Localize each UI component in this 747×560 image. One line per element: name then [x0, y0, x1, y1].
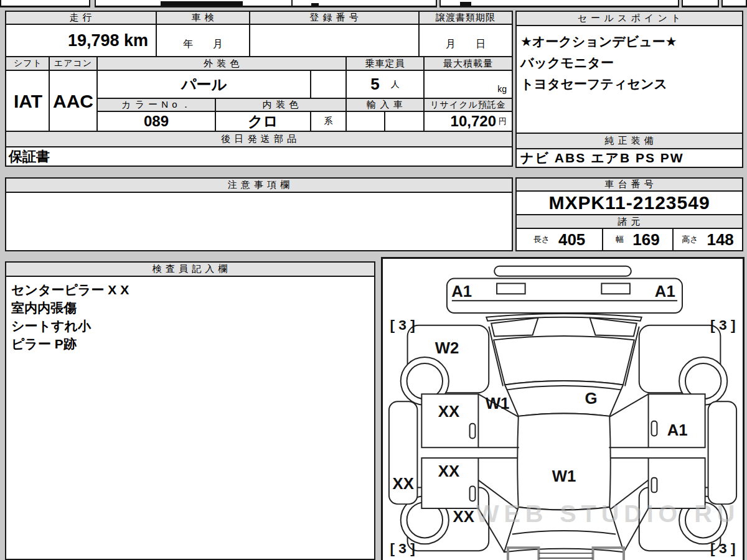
- exterior-color-sub-cell: [310, 70, 347, 99]
- front-door-right: [649, 394, 705, 447]
- front-bumper-top-bar: [494, 266, 631, 276]
- transfer-docs-header: 譲渡書類期限: [418, 11, 513, 25]
- grille-strip: [486, 314, 641, 321]
- label-front-bumper-left: A1: [451, 282, 472, 300]
- label-rear-door-left: XX: [438, 462, 459, 480]
- car-damage-diagram: WEB STUDIO RU A1 A1 W2 W1 G XX XX XX XX …: [383, 259, 743, 560]
- label-rocker-left: XX: [393, 475, 414, 492]
- shift-value: IAT: [5, 70, 51, 133]
- exterior-color-value: パール: [96, 70, 311, 99]
- aircon-value: AAC: [49, 70, 98, 133]
- recycle-deposit-value: 10,720: [451, 113, 496, 130]
- chassis-no-header: 車 台 番 号: [515, 177, 743, 192]
- label-roof: W1: [552, 467, 576, 485]
- color-no-value: 089: [96, 111, 216, 132]
- label-tire-rear-left: [ 3 ]: [390, 540, 415, 556]
- spec-width-value: 169: [632, 230, 659, 250]
- door-handle: [470, 424, 476, 439]
- spec-length-label: 長さ: [533, 234, 550, 245]
- inspector-line: シートすれ小: [11, 317, 91, 335]
- max-load-header: 最大積載量: [423, 56, 513, 71]
- capacity-unit: 人: [391, 79, 400, 90]
- front-bumper: [447, 279, 682, 313]
- shaken-header: 車 検: [156, 11, 250, 25]
- spec-length-value: 405: [558, 230, 585, 250]
- inspector-line: 室内内張傷: [11, 299, 77, 317]
- chassis-no-value: MXPK11-2123549: [515, 190, 743, 215]
- later-parts-header: 後 日 発 送 部 品: [5, 131, 513, 147]
- door-handle: [470, 486, 476, 501]
- sales-points-header: セ ー ル ス ポ イ ン ト: [515, 11, 743, 26]
- damage-diagram-box: WEB STUDIO RU A1 A1 W2 W1 G XX XX XX XX …: [381, 257, 745, 560]
- aircon-header: エアコン: [49, 56, 98, 71]
- import-car-cell-1: [345, 111, 385, 132]
- max-load-unit: kg: [497, 84, 507, 94]
- label-tire-front-left: [ 3 ]: [390, 317, 415, 333]
- label-rear-fender-left: XX: [453, 508, 474, 525]
- door-handle: [652, 478, 657, 493]
- shift-header: シフト: [5, 56, 51, 71]
- shaken-value: 年 月: [156, 24, 250, 57]
- spec-height-label: 高さ: [682, 234, 698, 245]
- spec-width-cell: 幅 169: [602, 228, 674, 251]
- sales-points-box: ★オークションデビュー★ バックモニター トヨタセーフティセンス: [515, 25, 743, 134]
- spec-length-cell: 長さ 405: [515, 228, 603, 251]
- color-no-header: カ ラ ー N o ．: [96, 98, 216, 112]
- inspector-line: センターピラー X X: [11, 281, 129, 299]
- odometer-header: 走 行: [5, 11, 157, 25]
- spec-height-value: 148: [707, 230, 733, 250]
- interior-color-suffix: 系: [310, 111, 347, 132]
- recycle-deposit-unit: 円: [499, 116, 507, 127]
- label-windshield-left: W1: [486, 394, 510, 412]
- registration-header: 登 録 番 号: [249, 11, 420, 25]
- capacity-value-cell: 5 人: [345, 70, 425, 99]
- import-car-header: 輸 入 車: [345, 98, 425, 112]
- capacity-value: 5: [370, 75, 379, 94]
- spec-width-label: 幅: [616, 234, 624, 245]
- label-front-bumper-right: A1: [655, 282, 675, 300]
- transfer-docs-value: 月 日: [418, 24, 513, 57]
- equipment-header: 純 正 装 備: [515, 133, 743, 149]
- notes-box: [5, 192, 513, 251]
- door-handle: [652, 421, 657, 436]
- odometer-value: 19,798 km: [5, 24, 157, 57]
- cutoff-text: [161, 1, 243, 6]
- inspector-box: センターピラー X X 室内内張傷 シートすれ小 ピラー P跡: [5, 276, 375, 560]
- bumper-inset-right: [601, 284, 630, 294]
- capacity-header: 乗車定員: [345, 56, 425, 71]
- headlight-right: [590, 318, 637, 337]
- top-sliver-cell: [439, 0, 679, 7]
- sales-point-line: ★オークションデビュー★: [520, 31, 677, 52]
- top-sliver-cell: [682, 0, 719, 7]
- hood: [494, 336, 634, 385]
- notes-header: 注 意 事 項 欄: [5, 177, 513, 193]
- equipment-value: ナビ ABS エアB PS PW: [515, 148, 743, 168]
- rocker-right: [708, 401, 737, 504]
- import-car-cell-2: [384, 111, 425, 132]
- interior-color-header: 内 装 色: [215, 98, 347, 112]
- recycle-deposit-cell: 10,720 円: [423, 111, 513, 132]
- registration-value: [249, 24, 420, 57]
- exterior-color-header: 外 装 色: [96, 56, 347, 71]
- top-sliver-cell: [721, 0, 747, 7]
- top-sliver-cell: [0, 0, 90, 7]
- label-windshield-right: G: [585, 390, 598, 407]
- cutoff-text: [460, 2, 471, 6]
- auction-sheet: 走 行 車 検 登 録 番 号 譲渡書類期限 19,798 km 年 月 月 日…: [0, 0, 747, 560]
- roof: [517, 413, 610, 510]
- spec-height-cell: 高さ 148: [672, 228, 743, 251]
- rear-bumper-lines: [538, 553, 593, 558]
- label-front-door-right: A1: [667, 421, 688, 439]
- cutoff-text: [311, 3, 319, 6]
- later-parts-value: 保証書: [5, 146, 513, 167]
- label-front-door-left: XX: [438, 403, 459, 420]
- label-front-fender-left: W2: [435, 339, 459, 357]
- label-tire-rear-right: [ 3 ]: [710, 540, 735, 556]
- sales-point-line: トヨタセーフティセンス: [520, 73, 667, 95]
- interior-color-value: クロ: [215, 111, 311, 132]
- specs-header: 諸 元: [515, 214, 743, 229]
- max-load-value-cell: kg: [423, 70, 513, 99]
- inspector-line: ピラー P跡: [11, 335, 77, 353]
- recycle-deposit-header: リサイクル預託金: [423, 98, 513, 112]
- sales-point-line: バックモニター: [520, 52, 614, 73]
